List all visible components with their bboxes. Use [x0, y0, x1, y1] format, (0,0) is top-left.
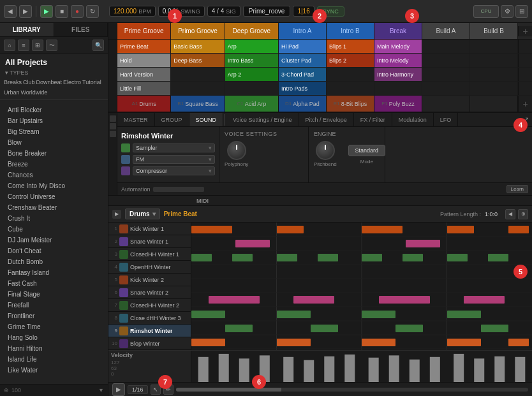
clip-cell[interactable]: Hold [117, 54, 171, 67]
clip-cell-empty[interactable] [171, 68, 225, 81]
drum-note[interactable] [379, 296, 430, 304]
clip-cell[interactable]: Intro Bass [225, 54, 279, 67]
drum-note[interactable] [362, 226, 403, 233]
add-scene-btn[interactable]: + [518, 26, 532, 36]
clip-cell[interactable]: Prime Beat [117, 40, 171, 53]
plugin-sidebar-btn[interactable] [110, 115, 116, 122]
track-lane-blips[interactable]: E18-Bit Blips [327, 96, 374, 112]
timesig-display[interactable]: 4 / 4 SIG [207, 6, 240, 17]
scene-deep-groove[interactable]: Deep Groove [225, 23, 279, 39]
clip-cell[interactable]: Blips 2 [327, 54, 374, 67]
sidebar-waveform-btn[interactable]: 〜 [46, 40, 57, 51]
plugin-sidebar-btn[interactable] [110, 131, 116, 137]
learn-btn[interactable]: Learn [506, 185, 528, 193]
drum-note[interactable] [293, 296, 334, 304]
clip-cell-empty[interactable] [422, 54, 470, 67]
drum-note[interactable] [209, 296, 260, 304]
clip-cell[interactable]: Intro Melody [374, 54, 422, 67]
clip-cell-empty[interactable] [422, 68, 470, 81]
clip-cell[interactable]: Basic Bass [171, 40, 225, 53]
list-item[interactable]: Fantasy Island [0, 267, 108, 278]
sidebar-grid-btn[interactable]: ⊞ [32, 40, 43, 51]
track-lane-poly[interactable]: F1Poly Buzz [374, 96, 422, 112]
tab-library[interactable]: LIBRARY [0, 23, 54, 36]
dropdown-arrow[interactable]: ▾ [5, 70, 8, 76]
groove-display[interactable]: Prime_roove [243, 6, 291, 17]
tab-fx-filter[interactable]: FX / Filter [354, 113, 392, 126]
list-item[interactable]: Anti Blocker [0, 105, 108, 115]
list-item[interactable]: Hang Solo [0, 332, 108, 343]
drum-note[interactable] [362, 254, 382, 261]
drum-note[interactable] [447, 226, 475, 233]
automation-bar[interactable] [153, 187, 204, 192]
scene-prime-groove[interactable]: Prime Groove [117, 23, 171, 39]
clip-cell-empty[interactable] [225, 82, 279, 95]
clip-cell-empty[interactable] [470, 82, 518, 95]
clip-cell[interactable]: Little Fill [117, 82, 171, 95]
sidebar-list-btn[interactable]: ≡ [18, 40, 29, 51]
tab-voice-settings[interactable]: Voice Settings / Engine [226, 113, 299, 126]
list-item[interactable]: Frontliner [0, 311, 108, 321]
list-item[interactable]: Chances [0, 170, 108, 180]
drum-note-selected[interactable] [508, 339, 529, 346]
tab-group[interactable]: GROUP [155, 113, 189, 126]
add-track-btn[interactable]: + [518, 96, 532, 112]
add-clip-btn[interactable] [518, 82, 532, 95]
list-item[interactable]: Hanni Hilton [0, 343, 108, 354]
drum-note[interactable] [232, 254, 253, 261]
drum-note[interactable] [508, 226, 529, 233]
list-item[interactable]: Don't Cheat [0, 246, 108, 256]
list-item[interactable]: Control Universe [0, 191, 108, 202]
view-btn[interactable]: ⊞ [515, 5, 528, 18]
add-clip-btn[interactable] [518, 68, 532, 81]
sampler-selector[interactable]: Sampler▾ [133, 143, 215, 152]
drum-note[interactable] [191, 311, 225, 318]
list-item[interactable]: Bar Upstairs [0, 115, 108, 126]
scene-primo-groove[interactable]: Primo Groove [171, 23, 225, 39]
track-lane-empty[interactable] [470, 96, 518, 112]
clip-cell-empty[interactable] [327, 82, 374, 95]
drum-note[interactable] [311, 325, 338, 332]
list-item[interactable]: Come Into My Disco [0, 180, 108, 191]
tab-master[interactable]: MASTER [117, 113, 155, 126]
drum-note[interactable] [235, 240, 269, 247]
tag-urban[interactable]: Urban [4, 89, 20, 96]
back-btn[interactable]: ◀ [4, 5, 17, 18]
settings-btn[interactable]: ⚙ [501, 5, 514, 18]
add-clip-btn[interactable] [518, 40, 532, 53]
list-item[interactable]: Crush It [0, 213, 108, 224]
drum-note[interactable] [225, 325, 253, 332]
clip-cell[interactable]: Cluster Pad [279, 54, 327, 67]
tab-sound[interactable]: SOUND [189, 113, 224, 126]
clip-cell-empty[interactable] [470, 68, 518, 81]
fm-selector[interactable]: FM▾ [133, 155, 215, 164]
scene-intro-a[interactable]: Intro A [279, 23, 327, 39]
list-item[interactable]: Big Stream [0, 126, 108, 137]
clip-cell-empty[interactable] [422, 82, 470, 95]
drum-note[interactable] [395, 325, 423, 332]
record-btn[interactable]: ● [71, 5, 84, 18]
list-item[interactable]: Breeze [0, 159, 108, 170]
clip-cell-empty[interactable] [470, 40, 518, 53]
mode-btn[interactable]: Standard [348, 145, 386, 156]
drum-note[interactable] [191, 226, 232, 233]
forward-btn[interactable]: ▶ [19, 5, 32, 18]
drum-piano-roll[interactable] [191, 223, 532, 350]
tab-modulation[interactable]: Modulation [392, 113, 434, 126]
tag-electro[interactable]: Electro [63, 79, 81, 85]
sidebar-home-btn[interactable]: ⌂ [4, 40, 15, 51]
track-lane-empty[interactable] [422, 96, 470, 112]
drum-note-selected[interactable] [277, 339, 311, 346]
list-item[interactable]: Like Water [0, 365, 108, 376]
drum-note[interactable] [406, 240, 440, 247]
clip-cell-empty[interactable] [327, 68, 374, 81]
tag-breaks[interactable]: Breaks [4, 79, 22, 85]
loop-btn[interactable]: ↻ [86, 5, 99, 18]
drum-note[interactable] [403, 254, 423, 261]
tab-lfo[interactable]: LFO [434, 113, 459, 126]
drum-note[interactable] [464, 296, 505, 304]
bars-display[interactable]: 1|16 [293, 6, 314, 17]
drum-note[interactable] [277, 226, 304, 233]
clip-cell[interactable]: Arp [225, 40, 279, 53]
bpm-display[interactable]: 120.000 BPM [109, 6, 156, 17]
